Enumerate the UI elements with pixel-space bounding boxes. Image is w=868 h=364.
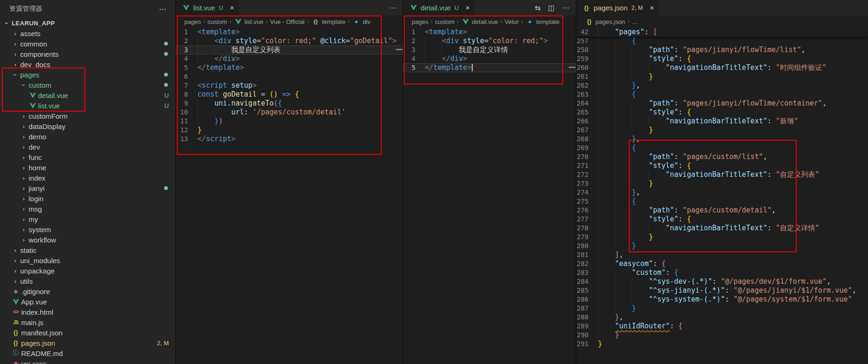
code-line-271[interactable]: 271 "style": { <box>576 161 868 170</box>
tree-file-pages.json[interactable]: {}pages.json2, M <box>0 338 175 348</box>
split-editor-icon[interactable]: ◫ <box>548 4 555 12</box>
code-line-279[interactable]: 279 } <box>576 233 868 242</box>
code-line-282[interactable]: 282 "easycom": { <box>576 259 868 268</box>
code-line-291[interactable]: 291} <box>576 340 868 349</box>
tree-folder-utils[interactable]: ›utils <box>0 276 175 286</box>
tree-folder-demo[interactable]: ›demo <box>0 131 175 142</box>
tree-file-.gitignore[interactable]: ◈.gitignore <box>0 286 175 296</box>
breadcrumb-item-list.vue[interactable]: list.vue <box>234 18 263 25</box>
code-line-274[interactable]: 274 }, <box>576 188 868 197</box>
code-line-10[interactable]: 10 url: '/pages/custom/detail' <box>176 108 403 117</box>
tree-folder-workflow[interactable]: ›workflow <box>0 235 175 245</box>
code-line-280[interactable]: 280 } <box>576 242 868 250</box>
breadcrumb-item-Vue - Official[interactable]: Vue - Official <box>270 18 305 25</box>
code-line-289[interactable]: 289 "uniIdRouter": { <box>576 322 868 331</box>
code-line-260[interactable]: 260 "navigationBarTitleText": "时间组件验证" <box>576 63 868 72</box>
tree-file-main.js[interactable]: JSmain.js <box>0 317 175 327</box>
code-line-2[interactable]: 2 <div style="color: red;"> <box>403 37 576 46</box>
tree-folder-components[interactable]: ›components <box>0 49 175 59</box>
code-line-288[interactable]: 288 }, <box>576 313 868 322</box>
tree-folder-system[interactable]: ›system <box>0 224 175 235</box>
code-line-3[interactable]: 3 我是自定义列表 <box>176 46 403 54</box>
tree-file-uni.scss[interactable]: ◉uni.scss <box>0 358 175 364</box>
code-line-261[interactable]: 261 } <box>576 72 868 81</box>
code-line-7[interactable]: 7<script setup> <box>176 81 403 90</box>
breadcrumb-item-Vetur[interactable]: Vetur <box>505 18 519 25</box>
tree-file-manifest.json[interactable]: {}manifest.json <box>0 327 175 338</box>
tree-folder-msg[interactable]: ›msg <box>0 204 175 214</box>
code-area-2[interactable]: 1<template>2 <div style="color: red;">3 … <box>403 28 576 364</box>
tree-folder-uni_modules[interactable]: ›uni_modules <box>0 255 175 265</box>
code-line-1[interactable]: 1<template> <box>176 28 403 37</box>
explorer-more-actions-icon[interactable]: ⋯ <box>159 5 167 14</box>
tree-folder-custom[interactable]: ›custom <box>0 80 175 90</box>
tree-file-README.md[interactable]: ⓘREADME.md <box>0 348 175 358</box>
code-line-264[interactable]: 264 "path": "pages/jianyi/flowTime/conta… <box>576 99 868 108</box>
breadcrumb-item-custom[interactable]: custom <box>207 18 227 25</box>
code-line-9[interactable]: 9 uni.navigateTo({ <box>176 99 403 108</box>
breadcrumb-item-template[interactable]: {}template <box>311 18 346 25</box>
code-line-268[interactable]: 268 }, <box>576 135 868 144</box>
breadcrumb-item-pages[interactable]: pages <box>412 18 428 25</box>
tree-folder-unpackage[interactable]: ›unpackage <box>0 265 175 276</box>
breadcrumb-item-pages.json[interactable]: {}pages.json <box>585 18 625 25</box>
tree-file-detail.vue[interactable]: detail.vueU <box>0 90 175 100</box>
code-line-258[interactable]: 258 "path": "pages/jianyi/flowTime/list"… <box>576 46 868 54</box>
code-line-6[interactable]: 6 <box>176 72 403 81</box>
breadcrumb-item-…[interactable]: … <box>632 18 638 25</box>
tree-root-learun-app[interactable]: ›LEARUN_APP <box>0 18 175 28</box>
tree-file-index.html[interactable]: <>index.html <box>0 307 175 317</box>
breadcrumb-item-pages[interactable]: pages <box>184 18 201 25</box>
code-line-283[interactable]: 283 "custom": { <box>576 268 868 277</box>
code-line-269[interactable]: 269 { <box>576 144 868 152</box>
code-line-266[interactable]: 266 "navigationBarTitleText": "新增" <box>576 117 868 126</box>
code-line-13[interactable]: 13</script> <box>176 135 403 144</box>
code-line-265[interactable]: 265 "style": { <box>576 108 868 117</box>
code-area-3[interactable]: 42 "pages": [257 {258 "path": "pages/jia… <box>576 28 868 364</box>
code-line-272[interactable]: 272 "navigationBarTitleText": "自定义列表" <box>576 170 868 179</box>
tree-folder-jianyi[interactable]: ›jianyi <box>0 183 175 193</box>
code-line-277[interactable]: 277 "style": { <box>576 215 868 224</box>
tree-folder-home[interactable]: ›home <box>0 162 175 173</box>
breadcrumb-item-template[interactable]: ◆template <box>525 18 559 25</box>
tree-folder-my[interactable]: ›my <box>0 214 175 224</box>
code-line-276[interactable]: 276 "path": "pages/custom/detail", <box>576 206 868 215</box>
breadcrumb-item-div[interactable]: ◆div <box>352 18 370 25</box>
code-line-284[interactable]: 284 "^sys-dev-(.*)": "@/pages/dev/$1/for… <box>576 277 868 286</box>
code-line-267[interactable]: 267 } <box>576 126 868 135</box>
tree-file-App.vue[interactable]: App.vue <box>0 296 175 307</box>
code-line-278[interactable]: 278 "navigationBarTitleText": "自定义详情" <box>576 224 868 233</box>
tab-detail.vue[interactable]: detail.vueU✕ <box>403 0 475 15</box>
breadcrumb-item-detail.vue[interactable]: detail.vue <box>461 18 498 25</box>
code-line-290[interactable]: 290 } <box>576 331 868 340</box>
tree-folder-pages[interactable]: ›pages <box>0 69 175 80</box>
code-line-270[interactable]: 270 "path": "pages/custom/list", <box>576 152 868 161</box>
code-line-5[interactable]: 5</template> <box>176 63 403 72</box>
tab-close-icon[interactable]: ✕ <box>465 5 470 11</box>
more-actions-icon[interactable]: ⋯ <box>389 4 396 12</box>
open-changes-icon[interactable]: ⇆ <box>535 4 541 12</box>
tree-folder-login[interactable]: ›login <box>0 193 175 204</box>
tree-folder-assets[interactable]: ›assets <box>0 28 175 38</box>
code-line-263[interactable]: 263 { <box>576 90 868 99</box>
code-line-273[interactable]: 273 } <box>576 179 868 188</box>
code-line-3[interactable]: 3 我是自定义详情 <box>403 46 576 54</box>
tree-folder-index[interactable]: ›index <box>0 173 175 183</box>
tab-list.vue[interactable]: list.vueU✕ <box>176 0 239 15</box>
code-line-1[interactable]: 1<template> <box>403 28 576 37</box>
code-area-1[interactable]: 1<template>2 <div style="color: red;" @c… <box>176 28 403 364</box>
code-line-262[interactable]: 262 }, <box>576 81 868 90</box>
tab-close-icon[interactable]: ✕ <box>230 5 234 11</box>
code-line-257[interactable]: 257 { <box>576 37 868 46</box>
tree-folder-dev_docs[interactable]: ›dev_docs <box>0 59 175 69</box>
code-line-281[interactable]: 281 ], <box>576 250 868 259</box>
code-line-11[interactable]: 11 }) <box>176 117 403 126</box>
code-line-42[interactable]: 42 "pages": [ <box>576 28 868 37</box>
code-line-12[interactable]: 12} <box>176 126 403 135</box>
tree-file-list.vue[interactable]: list.vueU <box>0 100 175 111</box>
code-line-5[interactable]: 5</template> <box>403 63 576 72</box>
sticky-scroll-line[interactable]: 42 "pages": [ <box>576 28 868 37</box>
code-line-2[interactable]: 2 <div style="color: red;" @click="goDet… <box>176 37 403 46</box>
tab-close-icon[interactable]: ✕ <box>649 5 654 11</box>
tree-folder-dataDisplay[interactable]: ›dataDisplay <box>0 121 175 131</box>
